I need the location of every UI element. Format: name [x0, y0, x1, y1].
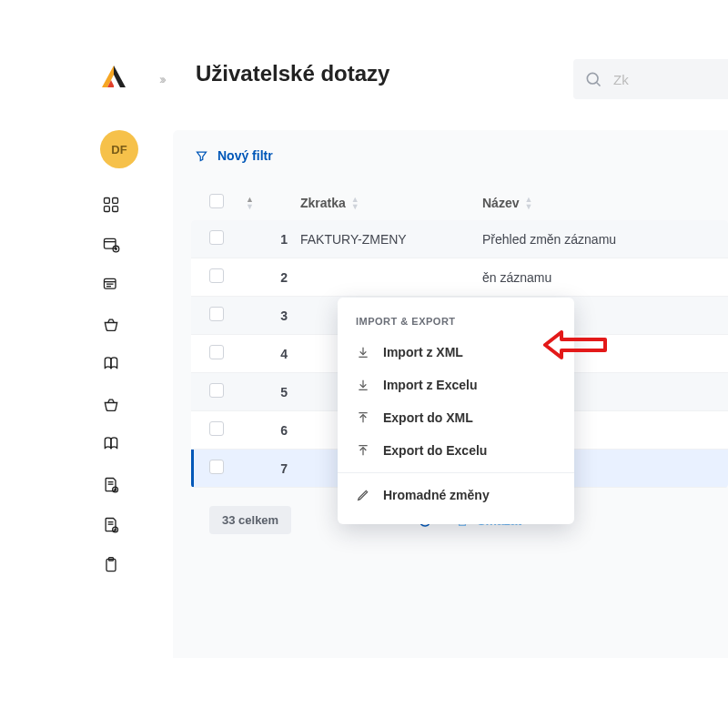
- download-icon: [356, 378, 370, 392]
- import-export-menu: IMPORT & EXPORT Import z XMLImport z Exc…: [338, 298, 574, 524]
- row-number: 5: [246, 385, 300, 399]
- svg-point-0: [587, 73, 598, 84]
- doc-add-icon[interactable]: [100, 474, 122, 496]
- row-number: 1: [246, 232, 300, 247]
- expand-sidebar-icon[interactable]: ›››: [159, 72, 164, 86]
- row-number: 4: [246, 347, 300, 361]
- page-title: Uživatelské dotazy: [196, 61, 389, 86]
- book-icon[interactable]: [100, 354, 122, 376]
- row-checkbox[interactable]: [209, 383, 224, 398]
- book2-icon[interactable]: [100, 434, 122, 456]
- filter-icon: [195, 149, 208, 163]
- menu-item[interactable]: Import z Excelu: [338, 369, 574, 401]
- table-row[interactable]: 2ěn záznamu: [191, 258, 728, 297]
- dashboard-icon[interactable]: [100, 194, 122, 216]
- download-icon: [356, 345, 370, 359]
- row-number: 3: [246, 308, 300, 323]
- list-icon[interactable]: [100, 274, 122, 296]
- row-checkbox[interactable]: [209, 460, 224, 474]
- row-number: 7: [246, 461, 300, 476]
- svg-line-1: [597, 83, 601, 86]
- sidebar: [100, 194, 127, 576]
- svg-rect-4: [105, 207, 110, 212]
- row-number: 6: [246, 423, 300, 438]
- table-header: ▲▼ Zkratka ▲▼ Název ▲▼: [191, 185, 728, 220]
- row-checkbox[interactable]: [209, 230, 224, 245]
- upload-icon: [356, 410, 370, 425]
- search-input[interactable]: Zk: [573, 59, 728, 99]
- table-row[interactable]: 1FAKTURY-ZMENYPřehled změn záznamu: [191, 220, 728, 258]
- row-nazev: Přehled změn záznamu: [482, 232, 728, 247]
- row-number: 2: [246, 270, 300, 285]
- row-checkbox[interactable]: [209, 345, 224, 359]
- menu-separator: [338, 472, 574, 473]
- column-nazev[interactable]: Název ▲▼: [482, 196, 728, 210]
- total-badge: 33 celkem: [209, 506, 291, 534]
- basket2-icon[interactable]: [100, 394, 122, 416]
- svg-rect-3: [113, 198, 118, 204]
- menu-item-bulk-changes[interactable]: Hromadné změny: [338, 479, 574, 511]
- menu-group-label: IMPORT & EXPORT: [338, 310, 574, 336]
- new-filter-button[interactable]: Nový filtr: [195, 148, 728, 163]
- app-logo[interactable]: [100, 64, 127, 91]
- row-checkbox[interactable]: [209, 268, 224, 283]
- doc-remove-icon[interactable]: [100, 514, 122, 536]
- row-zkratka: FAKTURY-ZMENY: [300, 232, 482, 247]
- clipboard-icon[interactable]: [100, 554, 122, 576]
- menu-item[interactable]: Export do Excelu: [338, 434, 574, 467]
- search-icon: [584, 70, 602, 88]
- menu-item[interactable]: Import z XML: [338, 336, 574, 369]
- row-checkbox[interactable]: [209, 307, 224, 321]
- row-nazev: ěn záznamu: [482, 270, 728, 285]
- menu-item[interactable]: Export do XML: [338, 401, 574, 434]
- search-placeholder: Zk: [613, 72, 629, 87]
- column-zkratka[interactable]: Zkratka ▲▼: [300, 196, 482, 210]
- row-checkbox[interactable]: [209, 421, 224, 436]
- select-all-checkbox[interactable]: [209, 194, 224, 208]
- svg-rect-5: [113, 207, 118, 212]
- column-number[interactable]: ▲▼: [246, 196, 300, 210]
- avatar[interactable]: DF: [100, 130, 138, 168]
- pencil-icon: [356, 488, 370, 502]
- svg-rect-2: [105, 198, 110, 204]
- upload-icon: [356, 443, 370, 458]
- add-record-icon[interactable]: [100, 234, 122, 256]
- basket-icon[interactable]: [100, 314, 122, 336]
